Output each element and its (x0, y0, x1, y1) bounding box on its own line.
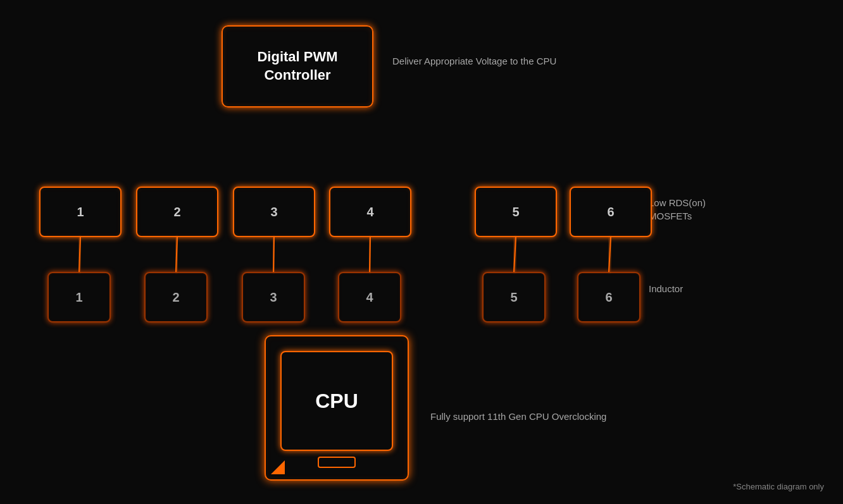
svg-line-12 (514, 237, 516, 272)
svg-line-9 (176, 237, 177, 272)
svg-line-11 (370, 237, 370, 272)
diagram-container: Digital PWMController Deliver Appropriat… (0, 0, 843, 504)
svg-line-13 (609, 237, 611, 272)
svg-line-8 (79, 237, 80, 272)
svg-line-10 (273, 237, 274, 272)
wiring-svg (0, 0, 843, 504)
